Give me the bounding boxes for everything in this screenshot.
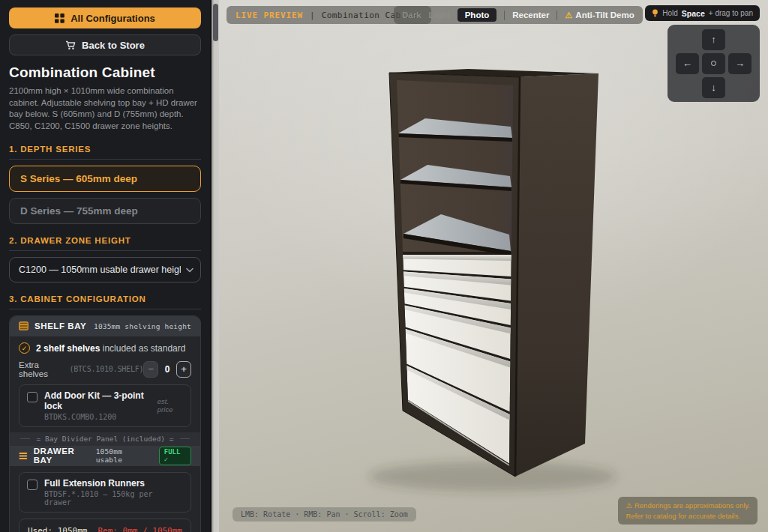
drawer-bay-title: Drawer Bay (34, 447, 90, 465)
sidebar-scrollbar[interactable] (210, 0, 219, 532)
door-kit-option[interactable]: Add Door Kit — 3-point lock BTDKS.COMBO.… (19, 384, 191, 427)
pan-dpad: ↑ ← → ↓ (668, 25, 760, 102)
warning-icon: ⚠ (626, 501, 632, 510)
scrollbar-thumb[interactable] (213, 4, 218, 41)
toolbar-divider (556, 10, 557, 20)
pan-hint-rest: + drag to pan (709, 9, 753, 17)
runners-option[interactable]: Full Extension Runners BTDSF.*.1010 — 15… (19, 472, 191, 513)
theme-dark-button[interactable]: Dark (402, 10, 422, 19)
theme-photo-button[interactable]: Photo (458, 8, 497, 22)
warning-line2: Refer to catalog for accurate details. (626, 512, 740, 520)
pan-left-button[interactable]: ← (676, 53, 699, 74)
all-configurations-label: All Configurations (70, 13, 155, 24)
extra-shelves-increment-button[interactable]: + (176, 361, 191, 378)
door-kit-checkbox[interactable] (27, 392, 38, 402)
runners-checkbox[interactable] (27, 480, 38, 490)
extra-shelves-decrement-button[interactable]: − (143, 361, 158, 378)
lightbulb-icon (652, 9, 658, 18)
cart-icon (65, 40, 76, 50)
door-kit-code: BTDKS.COMBO.1200 (44, 413, 151, 421)
back-to-store-button[interactable]: Back to Store (9, 34, 201, 55)
bay-divider-label: = Bay Divider Panel (included) = (36, 435, 173, 443)
usage-used-value: Used: 1050mm (28, 526, 87, 532)
theme-light-button[interactable]: Light (429, 10, 450, 19)
extra-shelves-row: Extra shelves (BTCS.1010.SHELF) − 0 + (19, 360, 191, 378)
door-kit-price-note: est. price (158, 397, 183, 414)
pan-hint-key: Space (682, 9, 705, 18)
runners-code: BTDSF.*.1010 — 150kg per drawer (44, 490, 183, 507)
cabinet-config-panel: Shelf Bay 1035mm shelving height ✓ 2 she… (9, 315, 201, 532)
anti-tilt-demo-button[interactable]: ⚠Anti-Tilt Demo (565, 10, 634, 20)
extra-shelves-code: (BTCS.1010.SHELF) (69, 365, 143, 373)
all-configurations-button[interactable]: All Configurations (9, 7, 201, 28)
depth-option-d-series[interactable]: D Series — 755mm deep (9, 198, 201, 224)
pan-right-button[interactable]: → (728, 53, 752, 74)
depth-option-s-series[interactable]: S Series — 605mm deep (9, 166, 201, 192)
runners-title: Full Extension Runners (44, 478, 183, 489)
shelf-bay-meta: 1035mm shelving height (94, 322, 191, 330)
drawer-bay-header: Drawer Bay 1050mm usable FULL ✓ (10, 446, 200, 466)
drawer-bay-meta: 1050mm usable (96, 447, 148, 464)
shelf-bay-icon (19, 321, 28, 330)
pan-center-button[interactable] (702, 53, 725, 74)
extra-shelves-count: 0 (158, 364, 176, 375)
pan-hint-hold: Hold (662, 9, 678, 17)
tab-separator: | (310, 10, 315, 20)
check-circle-icon: ✓ (19, 342, 30, 354)
pan-down-button[interactable]: ↓ (702, 77, 725, 98)
drawer-zone-select[interactable]: C1200 — 1050mm usable drawer height (2 s… (9, 257, 201, 282)
product-description: 2100mm high × 1010mm wide combination ca… (9, 85, 201, 133)
bay-divider-band: = Bay Divider Panel (included) = (10, 432, 200, 446)
mouse-controls-hint: LMB: Rotate · RMB: Pan · Scroll: Zoom (232, 507, 416, 522)
warning-line1: Renderings are approximations only. (634, 501, 750, 510)
shelf-bay-header: Shelf Bay 1035mm shelving height (10, 316, 200, 336)
grid-icon (55, 13, 64, 23)
anti-tilt-icon: ⚠ (565, 10, 572, 19)
page-title: Combination Cabinet (9, 64, 201, 81)
section-depth-series: 1. Depth Series (9, 145, 201, 160)
section-cabinet-configuration: 3. Cabinet Configuration (9, 294, 201, 309)
drawer-usage-card: Used: 1050mm Rem: 0mm / 1050mm Add Drawe… (19, 519, 191, 532)
recenter-button[interactable]: Recenter (512, 10, 549, 19)
drawer-bay-full-badge: FULL ✓ (159, 447, 191, 465)
viewer-toolbar: Dark Light Photo Recenter ⚠Anti-Tilt Dem… (394, 6, 643, 24)
divider-line (180, 438, 190, 439)
included-shelves-row: ✓ 2 shelf shelves included as standard (19, 342, 191, 354)
door-kit-title: Add Door Kit — 3-point lock (44, 390, 151, 411)
extra-shelves-label: Extra shelves (19, 360, 65, 378)
drawer-zone-selected-value: C1200 — 1050mm usable drawer height (2 s… (19, 265, 181, 275)
back-to-store-label: Back to Store (82, 40, 145, 51)
drawer-bay-icon (19, 452, 28, 460)
toolbar-divider (504, 10, 505, 20)
pan-up-button[interactable]: ↑ (702, 29, 725, 50)
config-sidebar: All Configurations Back to Store Combina… (0, 0, 210, 532)
pan-hint-pill: Hold Space + drag to pan (645, 5, 760, 21)
divider-line (20, 438, 30, 439)
usage-remaining-value: Rem: 0mm / 1050mm (98, 526, 182, 532)
shelf-bay-title: Shelf Bay (34, 321, 86, 330)
section-drawer-zone-height: 2. Drawer Zone Height (9, 236, 201, 251)
live-preview-label: LIVE PREVIEW (236, 10, 303, 20)
viewer-canvas[interactable]: LIVE PREVIEW | Combination Cabinet Dark … (219, 0, 768, 532)
center-dot-icon (711, 61, 716, 66)
included-shelves-text: 2 shelf shelves included as standard (36, 343, 185, 354)
chevron-down-icon (186, 267, 194, 273)
render-warning: ⚠Renderings are approximations only. Ref… (618, 497, 758, 525)
